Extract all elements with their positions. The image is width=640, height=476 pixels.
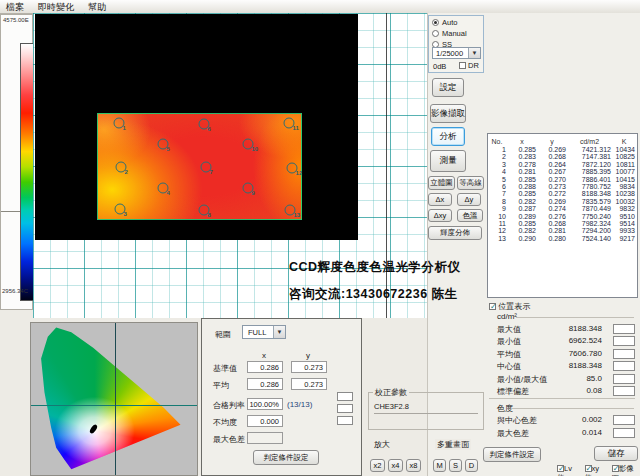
exposure-radio-row[interactable]: Manual [432,29,483,38]
measurement-table: No.xycd/m2K10.2850.2697421.3121043420.28… [487,133,638,298]
multi-button-s[interactable]: S [449,459,462,472]
reference-label: 基準值 [213,363,237,374]
measure-point-marker[interactable]: 10 [243,139,254,150]
pass-rate-field[interactable]: 100.00% [247,398,283,410]
save-button[interactable]: 儲存 [594,446,638,461]
reference-x-field[interactable]: 0.286 [247,361,283,373]
measure-point-marker[interactable]: 3 [114,204,125,215]
exposure-radio-row[interactable]: Auto [432,18,483,27]
measure-point-marker[interactable]: 2 [115,162,126,173]
pass-count-label: (13/13) [287,400,312,409]
delta-xy-button[interactable]: Δxy [428,209,452,222]
table-row[interactable]: 80.2820.2697835.57910032 [488,198,637,205]
checkbox-icon[interactable] [612,465,619,472]
position-toggle-row[interactable]: 位置表示 [489,301,530,312]
stat-color-box[interactable] [613,361,635,371]
camera-image[interactable]: 16115102712493813 [35,14,358,240]
shutter-dropdown[interactable]: 1/25000 ▼ [432,47,481,59]
stat-color-box[interactable] [613,336,635,346]
chevron-down-icon[interactable]: ▼ [273,326,285,338]
colorbar-min-label: 2956.34C [2,288,28,294]
measure-point-number: 13 [294,211,301,217]
measure-point-marker[interactable]: 13 [285,204,296,215]
table-cell: 7750.240 [568,213,613,220]
table-row[interactable]: 90.2870.2747870.4499832 [488,205,637,212]
table-row[interactable]: 40.2810.2677885.39510077 [488,168,637,175]
table-row[interactable]: 110.2850.2687982.3249514 [488,220,637,227]
table-header-cell: cd/m2 [568,137,613,146]
uniformity-field[interactable]: 0.000 [247,415,283,427]
radio-icon[interactable] [432,30,439,37]
range-dropdown[interactable]: FULL ▼ [242,325,286,339]
colorbar-max-label: 4575.00E [3,17,29,23]
table-cell: 9834 [613,183,637,190]
table-cell: 2 [488,153,508,160]
checkbox-icon[interactable] [585,465,592,472]
stat-color-box[interactable] [613,374,635,384]
table-row[interactable]: 100.2890.2767750.2409510 [488,213,637,220]
cie-diagram[interactable] [30,322,198,476]
table-row[interactable]: 50.2850.2707886.40110415 [488,176,637,183]
surface3d-button[interactable]: 立體圖 [428,176,455,190]
table-row[interactable]: 10.2850.2697421.31210434 [488,146,637,153]
checkbox-icon[interactable] [557,465,564,472]
table-cell: 8 [488,198,508,205]
stat-color-box[interactable] [613,415,635,425]
analyze-button[interactable]: 分析 [431,127,465,146]
measure-point-number: 8 [207,211,210,217]
stat-color-box[interactable] [613,386,635,396]
position-checkbox[interactable] [489,303,496,310]
zoom-button-x8[interactable]: x8 [406,459,421,472]
table-row[interactable]: 30.2780.2647872.12010811 [488,161,637,168]
dr-checkbox-row[interactable]: DR [459,61,479,70]
settings-button[interactable]: 設定 [432,78,464,97]
table-cell: 9510 [613,213,637,220]
maxdiff-field[interactable] [247,432,283,444]
footer-checkbox-row[interactable]: 影像圖 [612,464,640,476]
measure-point-marker[interactable]: 4 [157,183,168,194]
measure-point-marker[interactable]: 7 [200,162,211,173]
reference-y-field[interactable]: 0.273 [291,361,327,373]
radio-icon[interactable] [432,19,439,26]
judge-settings-button[interactable]: 判定條件設定 [253,450,319,465]
contour-button[interactable]: 等高線 [457,176,484,190]
capture-button[interactable]: 影像擷取 [430,104,466,123]
multi-button-m[interactable]: M [433,459,446,472]
measure-point-marker[interactable]: 11 [284,118,295,129]
footer-checkbox-row[interactable]: Lv值 [557,464,579,476]
chevron-down-icon[interactable]: ▼ [468,48,480,58]
colortemp-button[interactable]: 色溫 [457,209,483,222]
average-x-field[interactable]: 0.286 [247,378,283,390]
stat-color-box[interactable] [613,428,635,438]
table-row[interactable]: 120.2820.2817294.2009933 [488,227,637,234]
measure-point-marker[interactable]: 5 [157,139,168,150]
table-row[interactable]: 70.2850.2728188.34810238 [488,190,637,197]
multi-button-d[interactable]: D [465,459,478,472]
measure-button[interactable]: 測量 [430,150,466,172]
stat-label: 最大值 [497,324,521,335]
stat-color-box[interactable] [613,349,635,359]
dr-checkbox[interactable] [459,62,466,69]
measure-point-marker[interactable]: 6 [198,118,209,129]
zoom-button-x4[interactable]: x4 [388,459,403,472]
luminance-heatmap[interactable]: 16115102712493813 [97,113,302,220]
judge-settings-button-2[interactable]: 判定條件設定 [483,447,541,462]
footer-checkbox-row[interactable]: xy值 [585,464,606,476]
table-row[interactable]: 130.2900.2807524.1409217 [488,235,637,242]
stat-color-box[interactable] [613,324,635,334]
table-header-cell: y [538,137,568,146]
measure-point-marker[interactable]: 9 [243,183,254,194]
luminance-dist-button[interactable]: 輝度分佈 [428,226,482,240]
delta-y-button[interactable]: Δy [457,193,481,206]
menu-item[interactable]: 檔案 [6,1,24,14]
measure-point-marker[interactable]: 8 [198,204,209,215]
delta-x-button[interactable]: Δx [428,193,452,206]
measure-point-marker[interactable]: 12 [287,162,298,173]
table-cell: 0.285 [508,220,538,227]
average-y-field[interactable]: 0.273 [291,378,327,390]
measure-point-marker[interactable]: 1 [113,118,124,129]
table-row[interactable]: 20.2830.2687147.38110825 [488,153,637,160]
table-cell: 10238 [613,190,637,197]
zoom-button-x2[interactable]: x2 [370,459,385,472]
table-row[interactable]: 60.2880.2737780.7529834 [488,183,637,190]
